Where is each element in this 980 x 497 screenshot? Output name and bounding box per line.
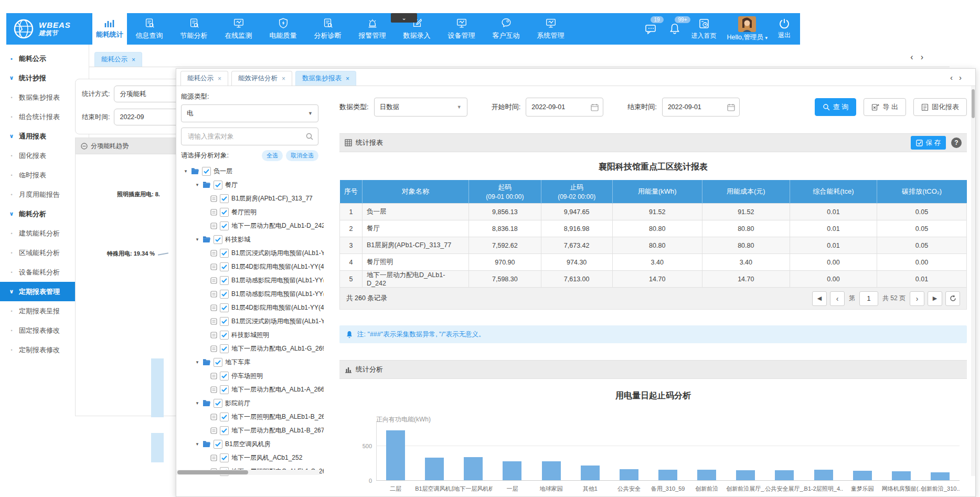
- first-page-button[interactable]: ◀: [812, 291, 827, 306]
- checkbox-checked[interactable]: [220, 344, 229, 353]
- end-date-field[interactable]: 2022-09-01: [662, 98, 740, 117]
- checkbox-checked[interactable]: [214, 235, 222, 244]
- checkbox-checked[interactable]: [220, 276, 229, 285]
- search-input[interactable]: [187, 132, 305, 141]
- checkbox-checked[interactable]: [220, 317, 229, 326]
- checkbox-checked[interactable]: [220, 453, 229, 462]
- tree-node-负一层[interactable]: ▾负一层: [181, 164, 318, 178]
- tree-node-B1层4D影院用电预留(ALb1-YY(4D[interactable]: B1层4D影院用电预留(ALb1-YY(4D: [181, 301, 318, 314]
- messages-button[interactable]: 19: [644, 23, 658, 35]
- nav-item-energy-stats[interactable]: 能耗统计: [92, 13, 127, 45]
- tree-node-B1层动感影院用电预留(ALb1-YY([interactable]: B1层动感影院用电预留(ALb1-YY(: [181, 287, 318, 301]
- tree-node-地下车库[interactable]: ▾地下车库: [181, 355, 318, 369]
- close-icon[interactable]: ×: [346, 75, 349, 82]
- tree-node-餐厅[interactable]: ▾餐厅: [181, 178, 318, 192]
- tree-node-科技影城[interactable]: ▾科技影城: [181, 232, 318, 246]
- tree-expand-icon[interactable]: ▾: [195, 441, 200, 447]
- nav-item-analysis-diagnosis[interactable]: 分析诊断: [305, 13, 350, 45]
- checkbox-checked[interactable]: [220, 262, 229, 271]
- checkbox-checked[interactable]: [220, 331, 229, 340]
- next-page-button[interactable]: ›: [910, 291, 924, 306]
- last-page-button[interactable]: ▶: [928, 291, 942, 306]
- save-button[interactable]: 保 存: [911, 136, 946, 150]
- tree-node-影院前厅[interactable]: ▾影院前厅: [181, 396, 318, 410]
- logout-button[interactable]: 退出: [778, 18, 791, 40]
- checkbox-checked[interactable]: [214, 440, 222, 449]
- checkbox-checked[interactable]: [202, 167, 211, 176]
- refresh-button[interactable]: [945, 291, 960, 306]
- nav-item-energy-saving-analysis[interactable]: 节能分析: [172, 13, 216, 45]
- close-icon[interactable]: ×: [218, 75, 221, 82]
- tree-expand-icon[interactable]: ▾: [195, 237, 200, 242]
- nav-item-power-quality[interactable]: 电能质量: [261, 13, 305, 45]
- prev-page-button[interactable]: ‹: [830, 291, 845, 306]
- tree-node-地下一层风机_ACb1_252[interactable]: 地下一层风机_ACb1_252: [181, 451, 318, 464]
- popup-tab-能效评估分析[interactable]: 能效评估分析×: [231, 71, 292, 86]
- data-type-select[interactable]: 日数据 ▼: [374, 98, 467, 117]
- query-button[interactable]: 查 询: [815, 98, 857, 116]
- go-home-button[interactable]: 进入首页: [691, 17, 717, 40]
- start-date-field[interactable]: 2022-09-01: [526, 98, 603, 117]
- nav-item-customer-interaction[interactable]: 客户互动: [484, 13, 528, 45]
- tab-energy-publicity[interactable]: 能耗公示 ×: [94, 52, 142, 67]
- user-menu[interactable]: Hello,管理员 ▾: [727, 16, 768, 42]
- checkbox-checked[interactable]: [220, 372, 229, 380]
- deselect-all-button[interactable]: 取消全选: [286, 150, 318, 161]
- popup-tab-scroll-arrows[interactable]: ‹›: [950, 73, 968, 82]
- solidify-report-button[interactable]: 固化报表: [913, 98, 967, 116]
- energy-type-select[interactable]: 电 ▼: [181, 104, 318, 122]
- checkbox-checked[interactable]: [220, 413, 229, 421]
- checkbox-checked[interactable]: [214, 358, 222, 367]
- tree-expand-icon[interactable]: ▾: [195, 182, 200, 187]
- export-button[interactable]: 导 出: [864, 98, 906, 116]
- checkbox-checked[interactable]: [214, 399, 222, 408]
- sidebar-item-能耗公示[interactable]: •能耗公示: [0, 49, 89, 68]
- folder-icon: [203, 236, 211, 243]
- data-entry-dropdown[interactable]: ⌄: [391, 13, 417, 23]
- object-search-box[interactable]: [181, 128, 318, 145]
- close-icon[interactable]: ×: [132, 56, 135, 64]
- nav-item-online-monitor[interactable]: 在线监测: [216, 13, 261, 45]
- nav-item-device-mgmt[interactable]: 设备管理: [439, 13, 484, 45]
- checkbox-checked[interactable]: [220, 221, 229, 230]
- select-all-button[interactable]: 全选: [262, 150, 283, 161]
- nav-item-alarm-mgmt[interactable]: 报警管理: [350, 13, 395, 45]
- tree-expand-icon[interactable]: ▾: [195, 359, 200, 365]
- help-button[interactable]: ?: [951, 138, 962, 148]
- tree-node-B1层4D影院用电预留(ALb1-YY(4D[interactable]: B1层4D影院用电预留(ALb1-YY(4D: [181, 260, 318, 273]
- tree-node-餐厅照明[interactable]: 餐厅照明: [181, 205, 318, 219]
- tree-node-B1层厨房(APb1-CF)_313_77[interactable]: B1层厨房(APb1-CF)_313_77: [181, 192, 318, 205]
- tree-node-B1层沉浸式剧场用电预留(ALb1-YY[interactable]: B1层沉浸式剧场用电预留(ALb1-YY: [181, 314, 318, 328]
- checkbox-checked[interactable]: [220, 208, 229, 217]
- checkbox-checked[interactable]: [220, 194, 229, 203]
- alerts-button[interactable]: 99+: [668, 23, 681, 35]
- checkbox-checked[interactable]: [220, 303, 229, 312]
- tree-node-B1层动感影院用电预留(ALb1-YY([interactable]: B1层动感影院用电预留(ALb1-YY(: [181, 273, 318, 287]
- tree-node-科技影城照明[interactable]: 科技影城照明: [181, 328, 318, 342]
- popup-tab-能耗公示[interactable]: 能耗公示×: [180, 71, 228, 86]
- checkbox-checked[interactable]: [220, 290, 229, 299]
- checkbox-checked[interactable]: [214, 181, 222, 189]
- popup-tab-数据集抄报表[interactable]: 数据集抄报表×: [295, 71, 356, 86]
- tree-node-停车场照明[interactable]: 停车场照明: [181, 369, 318, 383]
- tree-node-地下一层动力配电A_ALb1-A_266[interactable]: 地下一层动力配电A_ALb1-A_266: [181, 383, 318, 396]
- checkbox-checked[interactable]: [220, 426, 229, 435]
- stat-mode-select[interactable]: 分项能耗: [114, 86, 182, 102]
- tree-node-地下一层照明配电B_ALEb1-B_26[interactable]: 地下一层照明配电B_ALEb1-B_26: [181, 410, 318, 424]
- tree-node-B1层沉浸式剧场用电预留(ALb1-YY[interactable]: B1层沉浸式剧场用电预留(ALb1-YY: [181, 246, 318, 260]
- page-number-input[interactable]: [859, 291, 878, 306]
- nav-item-info-query[interactable]: 信息查询: [127, 13, 172, 45]
- tree-horizontal-scrollbar[interactable]: [176, 470, 319, 475]
- tree-expand-icon[interactable]: ▾: [183, 168, 188, 174]
- nav-item-system-mgmt[interactable]: 系统管理: [528, 13, 573, 45]
- tree-node-地下一层动力配电D_ALb1-D_242[interactable]: 地下一层动力配电D_ALb1-D_242: [181, 219, 318, 232]
- end-time-field[interactable]: 2022-09: [114, 109, 182, 125]
- tab-scroll-arrows[interactable]: ‹›: [910, 52, 931, 62]
- checkbox-checked[interactable]: [220, 249, 229, 258]
- close-icon[interactable]: ×: [282, 75, 285, 82]
- tree-expand-icon[interactable]: ▾: [195, 400, 200, 406]
- tree-node-地下一层动力配电B_ALb1-B_267[interactable]: 地下一层动力配电B_ALb1-B_267: [181, 424, 318, 437]
- checkbox-checked[interactable]: [220, 385, 229, 394]
- tree-node-B1层空调风机房[interactable]: ▾B1层空调风机房: [181, 437, 318, 451]
- tree-node-地下一层动力配电G_ALb1-G_269[interactable]: 地下一层动力配电G_ALb1-G_269: [181, 342, 318, 355]
